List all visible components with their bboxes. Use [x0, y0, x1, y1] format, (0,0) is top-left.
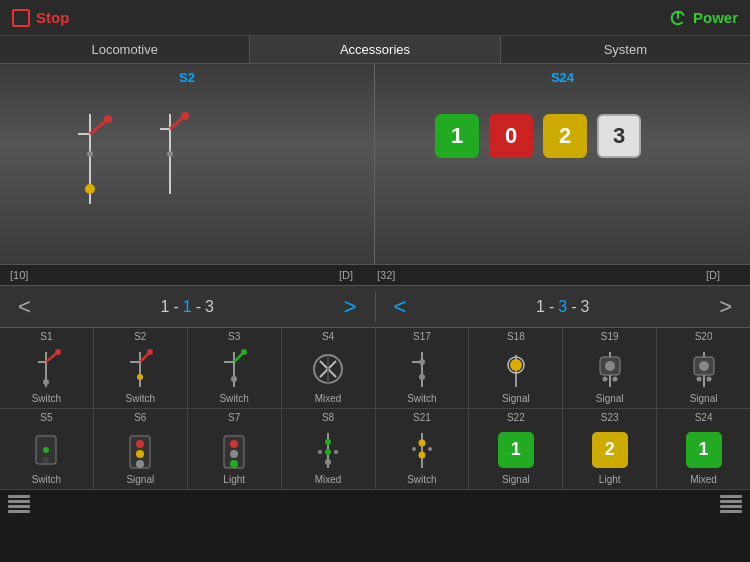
cell-s6[interactable]: S6 Signal: [94, 409, 188, 489]
svg-point-53: [136, 440, 144, 448]
nav-right-half: < 1 - 3 - 3 >: [376, 294, 751, 320]
switch-s1-svg: [28, 347, 64, 391]
cell-s17[interactable]: S17 Switch: [376, 328, 470, 408]
cell-s19-type: Signal: [596, 393, 624, 404]
nav-left-arrow2[interactable]: <: [386, 294, 415, 320]
svg-point-57: [230, 440, 238, 448]
cell-s3-label: S3: [228, 331, 240, 342]
switch-s3-svg: [216, 347, 252, 391]
nav-left-arrow[interactable]: <: [10, 294, 39, 320]
cell-s23-icon: 2: [590, 427, 630, 472]
grid-row-1: S1 Switch S2: [0, 328, 750, 409]
svg-point-22: [137, 374, 143, 380]
cell-s23[interactable]: S23 2 Light: [563, 409, 657, 489]
cell-s20[interactable]: S20 Signal: [657, 328, 750, 408]
cell-s22-icon: 1: [496, 427, 536, 472]
stop-label: Stop: [36, 9, 69, 26]
cell-s18-label: S18: [507, 331, 525, 342]
svg-point-50: [43, 457, 49, 463]
cell-s2-label: S2: [134, 331, 146, 342]
cell-s21-type: Switch: [407, 474, 436, 485]
cell-s17-icon: [402, 346, 442, 391]
cell-s22-label: S22: [507, 412, 525, 423]
svg-point-6: [85, 184, 95, 194]
svg-point-17: [43, 379, 49, 385]
cell-s21-label: S21: [413, 412, 431, 423]
cell-s2[interactable]: S2 Switch: [94, 328, 188, 408]
cell-s5[interactable]: S5 Switch: [0, 409, 94, 489]
badge-0: 0: [489, 114, 533, 158]
svg-point-5: [104, 115, 112, 123]
svg-point-48: [706, 376, 711, 381]
svg-point-16: [55, 349, 61, 355]
cell-s24-label: S24: [695, 412, 713, 423]
svg-point-69: [412, 447, 416, 451]
cell-s1-icon: [26, 346, 66, 391]
svg-point-61: [325, 439, 331, 445]
list-icon-right[interactable]: [720, 495, 742, 513]
info-left: [10]: [10, 269, 28, 281]
svg-point-12: [167, 151, 173, 157]
cell-s4-label: S4: [322, 331, 334, 342]
tab-system[interactable]: System: [501, 36, 750, 63]
svg-point-62: [325, 449, 331, 455]
cell-s20-type: Signal: [690, 393, 718, 404]
cell-s22[interactable]: S22 1 Signal: [469, 409, 563, 489]
svg-point-63: [325, 459, 331, 465]
stop-button[interactable]: Stop: [12, 9, 69, 27]
svg-point-55: [136, 460, 144, 468]
cell-s24[interactable]: S24 1 Mixed: [657, 409, 750, 489]
cell-s1-type: Switch: [32, 393, 61, 404]
badge-area: 1 0 2 3: [435, 114, 641, 158]
cell-s5-icon: [26, 427, 66, 472]
svg-point-11: [181, 112, 189, 120]
cell-s21[interactable]: S21 Switch: [376, 409, 470, 489]
cell-s19-label: S19: [601, 331, 619, 342]
stop-icon: [12, 9, 30, 27]
svg-point-51: [43, 447, 49, 453]
nav-right-arrow-left[interactable]: >: [336, 294, 365, 320]
cell-s4-type: Mixed: [315, 393, 342, 404]
cell-s7-icon: [214, 427, 254, 472]
cell-s2-icon: [120, 346, 160, 391]
nav-left-half: < 1 - 1 - 3 >: [0, 294, 375, 320]
cell-s4[interactable]: S4 Mixed: [282, 328, 376, 408]
cell-s4-icon: [308, 346, 348, 391]
cell-s6-icon: [120, 427, 160, 472]
nav-right-arrow2[interactable]: >: [711, 294, 740, 320]
cell-s7-label: S7: [228, 412, 240, 423]
tabs-bar: Locomotive Accessories System: [0, 36, 750, 64]
cell-s23-type: Light: [599, 474, 621, 485]
info-right: [D]: [706, 269, 720, 281]
svg-point-38: [510, 359, 522, 371]
cell-s1[interactable]: S1 Switch: [0, 328, 94, 408]
svg-point-68: [418, 451, 425, 458]
switch-s17-svg: [404, 347, 440, 391]
cell-s8[interactable]: S8 Mixed: [282, 409, 376, 489]
cell-s20-icon: [684, 346, 724, 391]
cell-s5-type: Switch: [32, 474, 61, 485]
cell-s7[interactable]: S7 Light: [188, 409, 282, 489]
tab-locomotive[interactable]: Locomotive: [0, 36, 250, 63]
svg-point-65: [334, 450, 338, 454]
svg-point-34: [419, 359, 425, 365]
cell-s19[interactable]: S19 Signal: [563, 328, 657, 408]
svg-point-59: [230, 460, 238, 468]
svg-point-46: [699, 361, 709, 371]
signal-s20-svg: [686, 347, 722, 391]
svg-point-7: [87, 151, 93, 157]
svg-point-35: [419, 374, 425, 380]
svg-point-41: [605, 361, 615, 371]
power-icon: [669, 9, 687, 27]
tab-accessories[interactable]: Accessories: [250, 36, 500, 63]
list-icon-left[interactable]: [8, 495, 30, 513]
cell-s18[interactable]: S18 Signal: [469, 328, 563, 408]
cell-s21-icon: [402, 427, 442, 472]
signal-s18-svg: [498, 347, 534, 391]
right-display-label: S24: [551, 70, 574, 85]
signal-s2-secondary: [150, 104, 200, 204]
cell-s1-label: S1: [40, 331, 52, 342]
cell-s3[interactable]: S3 Switch: [188, 328, 282, 408]
power-button[interactable]: Power: [669, 9, 738, 27]
switch-s5-svg: [28, 428, 64, 472]
